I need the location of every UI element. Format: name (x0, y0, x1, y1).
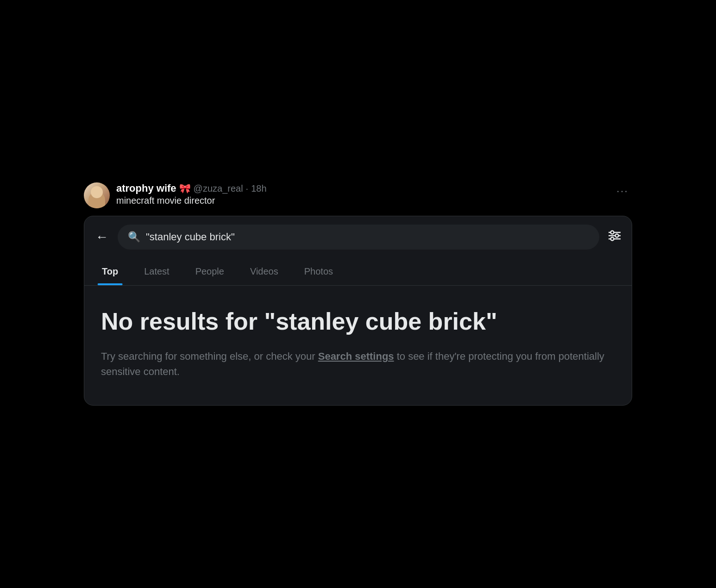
filter-icon[interactable] (609, 230, 621, 244)
tweet-header-left: atrophy wife 🎀 @zuza_real · 18h minecraf… (84, 182, 267, 208)
search-tabs: Top Latest People Videos Photos (84, 258, 632, 286)
search-card: ← 🔍 "stanley cube brick" Top Latest P (84, 216, 632, 406)
search-icon: 🔍 (128, 231, 140, 243)
tab-latest[interactable]: Latest (131, 258, 182, 285)
search-bar-area: ← 🔍 "stanley cube brick" (84, 216, 632, 258)
user-name-row: atrophy wife 🎀 @zuza_real · 18h (116, 182, 267, 194)
timestamp: 18h (251, 183, 266, 194)
tab-top[interactable]: Top (89, 258, 131, 285)
search-settings-link[interactable]: Search settings (318, 350, 394, 362)
tweet-container: atrophy wife 🎀 @zuza_real · 18h minecraf… (80, 173, 636, 415)
tweet-header: atrophy wife 🎀 @zuza_real · 18h minecraf… (80, 182, 636, 208)
svg-point-4 (616, 234, 619, 238)
display-name: atrophy wife (116, 182, 176, 194)
bow-emoji: 🎀 (179, 183, 191, 194)
subtitle: minecraft movie director (116, 195, 267, 206)
search-query-text: "stanley cube brick" (146, 231, 235, 243)
search-input-wrapper[interactable]: 🔍 "stanley cube brick" (118, 225, 599, 250)
svg-point-5 (611, 238, 614, 241)
username[interactable]: @zuza_real (194, 183, 243, 194)
no-results-body-prefix: Try searching for something else, or che… (101, 350, 318, 362)
no-results-heading: No results for "stanley cube brick" (101, 308, 615, 336)
more-options-button[interactable]: ··· (613, 182, 632, 199)
tab-people[interactable]: People (182, 258, 237, 285)
back-button[interactable]: ← (95, 230, 108, 244)
no-results-body: Try searching for something else, or che… (101, 349, 615, 379)
results-area: No results for "stanley cube brick" Try … (84, 286, 632, 405)
user-info: atrophy wife 🎀 @zuza_real · 18h minecraf… (116, 182, 267, 206)
tab-videos[interactable]: Videos (237, 258, 291, 285)
separator-dot: · (246, 183, 249, 194)
tab-photos[interactable]: Photos (291, 258, 346, 285)
svg-point-3 (611, 231, 614, 234)
avatar[interactable] (84, 182, 110, 208)
